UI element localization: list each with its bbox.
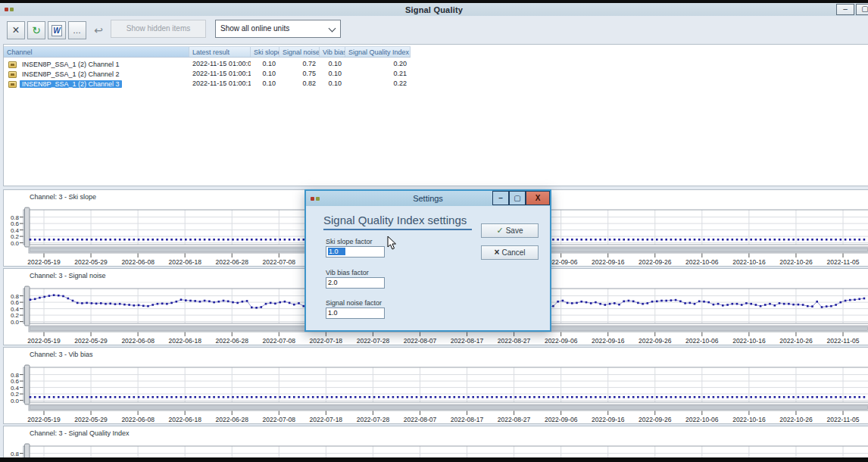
signal-noise-factor-input[interactable]: 1.0: [326, 307, 385, 319]
cell: 0.10: [320, 69, 345, 79]
svg-text:2022-05-19: 2022-05-19: [27, 337, 61, 345]
svg-text:2022-07-28: 2022-07-28: [357, 416, 390, 423]
cell: 2022-11-15 01:00:15: [189, 79, 251, 89]
table-row[interactable]: INSEN8P_SSA_1 (2) Channel 12022-11-15 01…: [4, 59, 411, 69]
svg-text:2022-10-26: 2022-10-26: [779, 258, 813, 266]
svg-text:2022-07-18: 2022-07-18: [310, 416, 343, 423]
channel-table-header: ChannelLatest resultSki slopeSignal nois…: [4, 46, 411, 58]
column-header-signal-quality-index[interactable]: Signal Quality Index: [345, 47, 411, 57]
y-zoom-slider[interactable]: [25, 286, 30, 326]
svg-text:2022-10-06: 2022-10-06: [685, 416, 719, 423]
svg-text:2022-07-28: 2022-07-28: [357, 337, 390, 345]
svg-text:2022-06-18: 2022-06-18: [168, 258, 201, 266]
undo-button[interactable]: ↩: [89, 21, 108, 39]
svg-text:2022-05-29: 2022-05-29: [74, 416, 108, 423]
letterbox-top: [0, 0, 868, 3]
channel-cell: INSEN8P_SSA_1 (2) Channel 1: [4, 59, 189, 69]
svg-text:2022-10-26: 2022-10-26: [779, 337, 813, 345]
cell: 0.10: [320, 79, 345, 89]
save-button[interactable]: ✓Save: [481, 223, 539, 238]
app-window: Signal Quality – ▢ × ↻ W … ↩ Show hidden…: [0, 0, 868, 462]
svg-text:2022-07-18: 2022-07-18: [310, 337, 343, 345]
dialog-minimize-button[interactable]: –: [492, 191, 509, 205]
letterbox-bottom: [0, 457, 868, 462]
column-header-latest-result[interactable]: Latest result: [189, 47, 251, 57]
svg-text:2022-05-19: 2022-05-19: [27, 258, 61, 266]
svg-text:2022-09-16: 2022-09-16: [592, 416, 625, 423]
settings-dialog: Settings – ▢ X Signal Quality Index sett…: [304, 189, 551, 332]
svg-text:2022-08-07: 2022-08-07: [404, 337, 437, 345]
ski-slope-factor-input[interactable]: 1.0: [326, 246, 385, 258]
svg-text:2022-10-06: 2022-10-06: [685, 258, 719, 266]
svg-text:2022-11-05: 2022-11-05: [827, 416, 860, 423]
svg-text:2022-08-17: 2022-08-17: [451, 337, 484, 345]
units-filter-dropdown[interactable]: Show all online units: [215, 20, 341, 38]
cell: 0.20: [345, 59, 411, 69]
export-word-button[interactable]: W: [48, 21, 66, 39]
y-zoom-slider[interactable]: [25, 208, 30, 247]
channel-icon: [8, 61, 17, 68]
channel-icon: [8, 81, 17, 88]
channel-icon: [8, 71, 17, 78]
svg-text:2022-10-16: 2022-10-16: [732, 337, 766, 345]
channel-name: INSEN8P_SSA_1 (2) Channel 1: [20, 61, 122, 68]
svg-text:2022-08-27: 2022-08-27: [498, 416, 531, 423]
svg-text:2022-06-18: 2022-06-18: [168, 416, 201, 423]
mouse-cursor: [387, 236, 398, 251]
svg-text:2022-11-05: 2022-11-05: [827, 337, 860, 345]
channel-cell: INSEN8P_SSA_1 (2) Channel 2: [4, 69, 189, 79]
vib-bias-factor-label: Vib bias factor: [326, 269, 369, 276]
x-scrollbar-thumb[interactable]: [30, 406, 868, 410]
close-view-button[interactable]: ×: [7, 21, 25, 39]
undo-icon: ↩: [90, 22, 107, 39]
table-row[interactable]: INSEN8P_SSA_1 (2) Channel 22022-11-15 01…: [4, 69, 411, 79]
svg-text:0.0: 0.0: [11, 240, 20, 247]
svg-text:0.0: 0.0: [11, 398, 20, 404]
cancel-button[interactable]: ×Cancel: [481, 245, 539, 260]
y-zoom-slider[interactable]: [25, 365, 30, 404]
svg-text:2022-07-08: 2022-07-08: [263, 337, 296, 345]
cell: 0.10: [251, 59, 279, 69]
svg-text:2022-09-16: 2022-09-16: [592, 258, 625, 266]
svg-text:2022-08-17: 2022-08-17: [451, 416, 484, 423]
check-icon: ✓: [496, 226, 503, 235]
svg-text:2022-09-26: 2022-09-26: [639, 337, 672, 345]
column-header-ski-slope[interactable]: Ski slope: [251, 47, 279, 57]
more-icon: …: [69, 22, 86, 39]
show-hidden-items-button[interactable]: Show hidden items: [111, 20, 206, 38]
svg-text:2022-10-16: 2022-10-16: [732, 416, 766, 423]
cell: 0.22: [345, 79, 411, 89]
svg-text:2022-06-28: 2022-06-28: [215, 337, 248, 345]
chart-panel-2: Channel: 3 - Vib bias0.80.60.40.20.02022…: [3, 347, 868, 424]
refresh-button[interactable]: ↻: [27, 21, 45, 39]
window-title: Signal Quality: [0, 5, 868, 14]
svg-text:2022-06-08: 2022-06-08: [121, 416, 155, 423]
more-options-button[interactable]: …: [68, 21, 86, 39]
cell: 0.21: [345, 69, 411, 79]
channel-name: INSEN8P_SSA_1 (2) Channel 3: [20, 80, 122, 88]
table-row[interactable]: INSEN8P_SSA_1 (2) Channel 32022-11-15 01…: [4, 79, 411, 89]
ski-slope-factor-label: Ski slope factor: [326, 238, 373, 245]
svg-text:2022-09-26: 2022-09-26: [639, 416, 672, 423]
minimize-button[interactable]: –: [836, 4, 854, 15]
dialog-close-button[interactable]: X: [526, 191, 550, 205]
svg-text:2022-08-27: 2022-08-27: [498, 337, 531, 345]
column-header-signal-noise[interactable]: Signal noise: [279, 47, 320, 57]
vib-bias-factor-value: 2.0: [328, 279, 338, 286]
column-header-vib-bias[interactable]: Vib bias: [320, 47, 345, 57]
svg-text:2022-10-06: 2022-10-06: [685, 337, 719, 345]
units-filter-value: Show all online units: [220, 24, 289, 33]
svg-text:2022-06-28: 2022-06-28: [215, 416, 248, 423]
channel-table: ChannelLatest resultSki slopeSignal nois…: [3, 44, 868, 186]
dialog-heading: Signal Quality Index settings: [323, 214, 472, 230]
maximize-button[interactable]: ▢: [856, 4, 868, 15]
cell: 0.10: [320, 59, 345, 69]
column-header-channel[interactable]: Channel: [4, 47, 189, 57]
signal-noise-factor-label: Signal noise factor: [326, 299, 382, 307]
vib-bias-factor-input[interactable]: 2.0: [326, 277, 385, 289]
svg-text:2022-09-06: 2022-09-06: [545, 416, 578, 423]
svg-text:2022-06-08: 2022-06-08: [121, 337, 155, 345]
svg-text:2022-09-16: 2022-09-16: [592, 337, 625, 345]
dialog-maximize-button[interactable]: ▢: [509, 191, 526, 205]
chart-canvas: 0.80.60.40.20.02022-05-192022-05-292022-…: [4, 426, 868, 462]
